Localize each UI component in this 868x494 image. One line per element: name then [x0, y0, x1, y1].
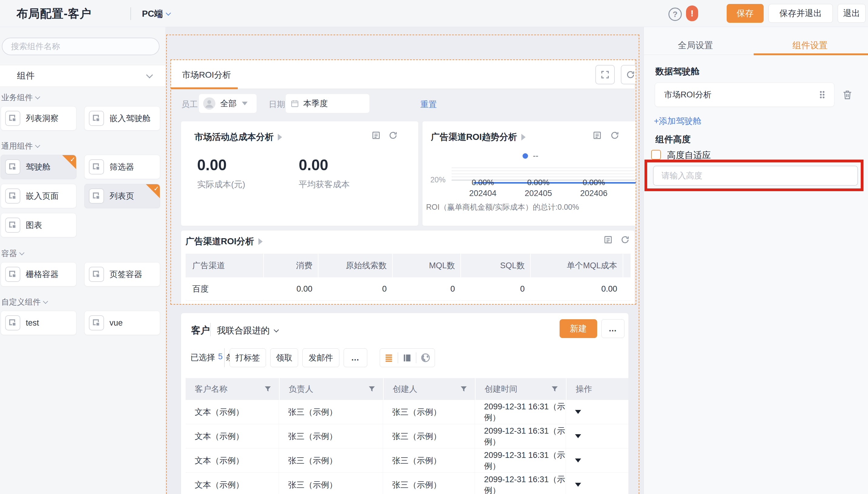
page-title: 布局配置-客户	[16, 6, 92, 21]
employee-filter-label: 员工	[181, 99, 198, 110]
cost-card-title-row[interactable]: 市场活动总成本分析	[194, 131, 282, 143]
filter-funnel-icon[interactable]	[368, 385, 376, 393]
x-axis-label: 202404	[469, 189, 496, 198]
claim-button[interactable]: 领取	[270, 348, 298, 367]
add-cockpit-link[interactable]: +添加驾驶舱	[654, 115, 701, 127]
roi-cell: 0.00	[531, 277, 623, 301]
filter-funnel-icon[interactable]	[460, 385, 468, 393]
date-filter-select[interactable]: 本季度	[286, 94, 369, 113]
view-selector-dropdown[interactable]: 我联合跟进的	[217, 325, 278, 337]
component-icon	[89, 111, 104, 126]
section-business-components[interactable]: 业务组件	[1, 92, 39, 103]
component-card-tab-container[interactable]: 页签容器	[84, 262, 160, 286]
employee-filter-select[interactable]: 全部	[199, 94, 257, 113]
tag-button[interactable]: 打标签	[230, 348, 266, 367]
selected-count-text: 已选择 5 条	[191, 352, 234, 363]
table-cell: 文本（示例）	[185, 424, 279, 449]
roi-col-header[interactable]: 原始线索数	[318, 254, 392, 277]
roi-cell: 0.00	[264, 301, 318, 305]
auto-height-checkbox[interactable]	[651, 150, 661, 159]
row-action-dropdown[interactable]	[566, 400, 628, 424]
component-card-cockpit[interactable]: 驾驶舱 ✓	[1, 155, 76, 179]
alert-icon[interactable]: !	[686, 5, 698, 21]
save-button[interactable]: 保存	[727, 4, 764, 23]
detail-table-icon[interactable]	[603, 235, 613, 246]
filter-funnel-icon[interactable]	[264, 385, 272, 393]
roi-col-header[interactable]: 单个MQL成本	[531, 254, 623, 277]
refresh-icon	[626, 70, 635, 79]
help-icon[interactable]: ?	[668, 7, 682, 21]
delete-cockpit-button[interactable]	[842, 89, 853, 101]
chevron-down-icon	[35, 94, 40, 99]
roi-col-header[interactable]: MQL数	[393, 254, 460, 277]
more-actions-button[interactable]: …	[601, 319, 625, 338]
component-card-list-insight[interactable]: 列表洞察	[1, 106, 76, 131]
component-icon	[5, 267, 20, 282]
kanban-view-button[interactable]	[402, 353, 412, 363]
component-card-grid-container[interactable]: 栅格容器	[1, 262, 76, 286]
table-cell: 张三（示例）	[383, 473, 475, 494]
point-label: 0.00%	[583, 178, 605, 187]
component-card-list-page[interactable]: 列表页 ✓	[84, 184, 160, 208]
roi-cell: 0	[393, 301, 460, 305]
component-panel-header[interactable]: 组件	[0, 65, 165, 87]
series-line	[473, 182, 636, 184]
component-card-test[interactable]: test	[1, 311, 76, 335]
col-header-operation[interactable]: 操作	[567, 378, 628, 400]
reset-filters-link[interactable]: 重置	[420, 99, 437, 110]
exit-button[interactable]: 退出	[838, 4, 866, 23]
table-cell: 张三（示例）	[279, 400, 383, 424]
roi-col-header[interactable]: SQL数	[461, 254, 530, 277]
component-card-embed-page[interactable]: 嵌入页面	[1, 184, 76, 208]
search-input[interactable]	[2, 38, 159, 55]
chevron-down-icon	[19, 250, 24, 255]
list-view-button[interactable]	[384, 353, 394, 363]
row-action-dropdown[interactable]	[566, 473, 628, 494]
row-action-dropdown[interactable]	[566, 424, 628, 449]
new-record-button[interactable]: 新建	[559, 319, 597, 338]
col-header-create-time[interactable]: 创建时间	[476, 378, 566, 400]
filter-funnel-icon[interactable]	[551, 385, 559, 393]
col-header-customer-name[interactable]: 客户名称	[185, 378, 279, 400]
more-toolbar-button[interactable]: …	[343, 348, 367, 367]
col-header-owner[interactable]: 负责人	[280, 378, 383, 400]
tab-component-settings[interactable]: 组件设置	[792, 39, 828, 52]
roi-col-header[interactable]: 广告渠道	[185, 254, 263, 277]
employee-filter-value: 全部	[220, 98, 237, 109]
chevron-down-icon	[35, 142, 40, 148]
send-email-button[interactable]: 发邮件	[302, 348, 339, 367]
table-cell: 张三（示例）	[383, 400, 475, 424]
map-view-button[interactable]	[420, 353, 431, 363]
component-card-chart[interactable]: 图表	[1, 213, 76, 237]
cockpit-tab[interactable]: 市场ROI分析	[182, 69, 231, 81]
col-header-creator[interactable]: 创建人	[384, 378, 475, 400]
row-action-dropdown[interactable]	[566, 449, 628, 473]
drag-handle-icon[interactable]	[818, 90, 826, 99]
section-custom-components[interactable]: 自定义组件	[1, 297, 47, 307]
expand-arrow-icon	[278, 134, 282, 140]
save-and-exit-button[interactable]: 保存并退出	[769, 4, 833, 23]
section-containers[interactable]: 容器	[1, 248, 24, 259]
refresh-icon[interactable]	[388, 131, 398, 141]
roi-table-title-row[interactable]: 广告渠道ROI分析	[185, 235, 263, 248]
cockpit-item-card[interactable]: 市场ROI分析	[655, 82, 834, 107]
detail-table-icon[interactable]	[371, 131, 381, 141]
roi-trend-card: 广告渠道ROI趋势分析 -- 20% 0.00% 0.00% 0.00% 202…	[422, 121, 636, 226]
component-card-filter[interactable]: 筛选器	[84, 155, 160, 179]
section-common-components[interactable]: 通用组件	[1, 141, 39, 151]
tab-global-settings[interactable]: 全局设置	[678, 39, 713, 52]
globe-icon	[420, 353, 431, 363]
customer-list-component[interactable]: 客户 我联合跟进的 新建 … 已选择 5 条 打标签 领取 发邮件 … 客户名称…	[181, 313, 628, 494]
roi-col-header[interactable]: 消费	[264, 254, 318, 277]
table-cell: 文本（示例）	[185, 400, 279, 424]
component-card-vue[interactable]: vue	[84, 311, 160, 335]
component-card-embed-cockpit[interactable]: 嵌入驾驶舱	[84, 106, 160, 131]
refresh-button[interactable]	[621, 65, 636, 84]
roi-cell-clipped	[623, 277, 631, 301]
cockpit-component-preview[interactable]: 市场ROI分析 员工 全部 日期 本季度 重置 市场活动总成本分析	[171, 59, 636, 305]
component-icon	[5, 188, 20, 204]
refresh-icon[interactable]	[620, 235, 630, 246]
device-switch-dropdown[interactable]: PC端	[142, 8, 170, 20]
component-icon	[89, 267, 104, 282]
fullscreen-button[interactable]	[595, 65, 615, 84]
